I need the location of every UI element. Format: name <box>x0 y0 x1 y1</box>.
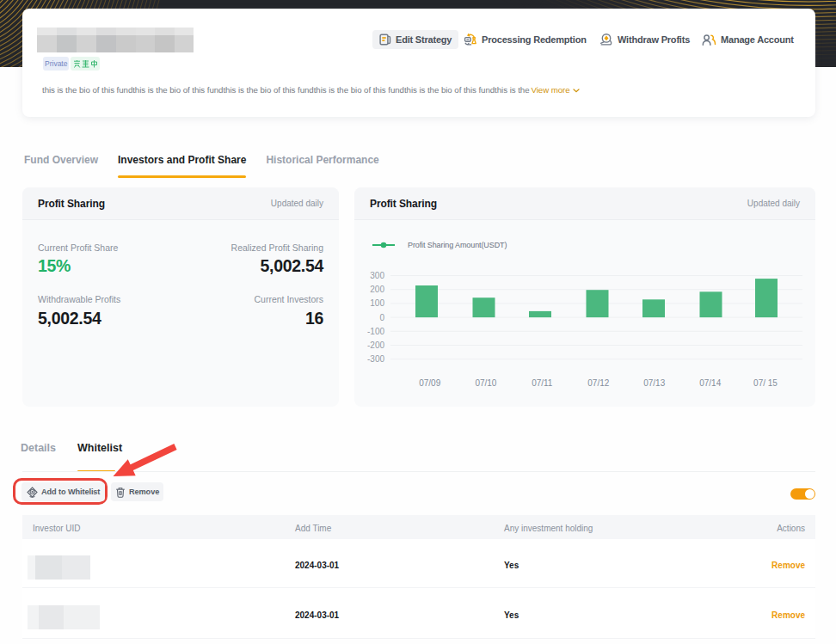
svg-text:0: 0 <box>379 313 384 322</box>
svg-text:100: 100 <box>370 298 384 308</box>
svg-text:-100: -100 <box>367 327 384 336</box>
svg-text:07/11: 07/11 <box>532 378 553 388</box>
svg-text:07/12: 07/12 <box>587 378 609 388</box>
svg-text:300: 300 <box>370 271 384 280</box>
svg-text:200: 200 <box>370 285 384 294</box>
svg-text:07/13: 07/13 <box>643 378 665 388</box>
svg-text:07/14: 07/14 <box>699 378 721 388</box>
svg-text:07/ 15: 07/ 15 <box>753 378 778 388</box>
svg-text:07/10: 07/10 <box>475 378 496 388</box>
svg-text:-300: -300 <box>367 354 384 364</box>
svg-text:-200: -200 <box>367 340 384 350</box>
svg-text:07/09: 07/09 <box>419 378 440 388</box>
